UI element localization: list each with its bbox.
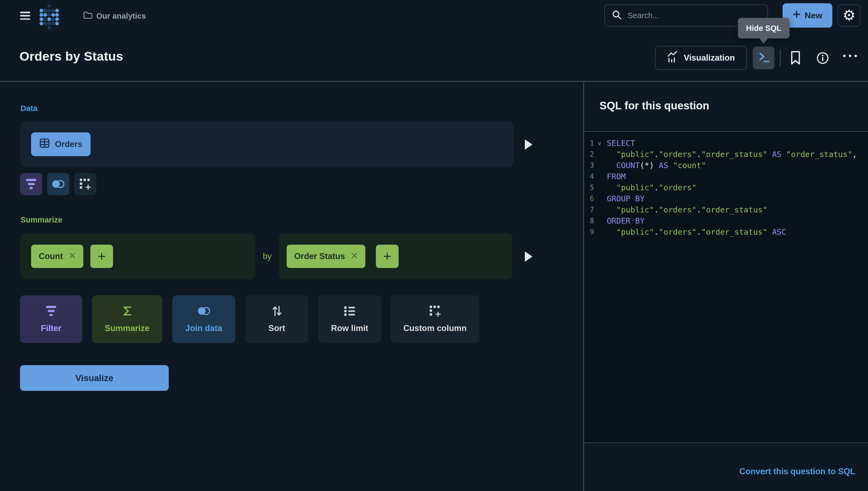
fold-gutter xyxy=(594,227,607,238)
action-filter-button[interactable]: Filter xyxy=(20,295,82,343)
settings-button[interactable]: ⚙ xyxy=(838,4,861,27)
more-options-button[interactable] xyxy=(843,55,857,57)
visualization-button[interactable]: Visualization xyxy=(655,46,747,70)
filter-icon xyxy=(46,305,56,318)
metabase-dots-icon xyxy=(39,4,59,29)
join-shortcut-button[interactable] xyxy=(47,173,69,195)
custom-column-shortcut-button[interactable] xyxy=(74,173,96,195)
action-sort-button[interactable]: Sort xyxy=(245,295,308,343)
data-section-label: Data xyxy=(21,104,38,113)
custom-column-icon xyxy=(79,178,91,190)
fold-gutter xyxy=(594,182,607,193)
toggle-sql-button[interactable] xyxy=(753,47,774,69)
add-aggregation-button[interactable] xyxy=(90,245,113,268)
breakout-chip[interactable]: Order Status xyxy=(287,245,365,268)
chart-icon xyxy=(667,51,678,65)
join-icon xyxy=(51,179,65,189)
info-button[interactable] xyxy=(816,52,829,64)
action-join-button[interactable]: Join data xyxy=(172,295,235,343)
fold-gutter xyxy=(594,215,607,227)
visualization-button-label: Visualization xyxy=(684,53,735,63)
remove-aggregation-icon[interactable] xyxy=(69,252,76,261)
sql-line: 8ORDER BY xyxy=(584,215,868,227)
action-summarize-button[interactable]: Summarize xyxy=(92,295,162,343)
sql-line: 6GROUP BY xyxy=(584,193,868,204)
sql-code-viewer[interactable]: 1∨SELECT2 "public"."orders"."order_statu… xyxy=(584,131,868,443)
filter-icon xyxy=(26,179,36,189)
data-table-label: Orders xyxy=(55,139,83,149)
bookmark-icon xyxy=(790,51,801,65)
fold-gutter xyxy=(594,193,607,204)
aggregation-card: Count xyxy=(20,233,255,279)
new-button[interactable]: New xyxy=(782,3,832,28)
aggregation-chip-label: Count xyxy=(39,252,63,261)
new-button-label: New xyxy=(805,10,823,21)
header-separator xyxy=(780,49,781,66)
ellipsis-icon xyxy=(843,55,845,57)
action-row-limit-button[interactable]: Row limit xyxy=(318,295,381,343)
sql-line: 2 "public"."orders"."order_status" AS "o… xyxy=(584,149,868,160)
info-icon xyxy=(816,52,829,64)
sql-line: 5 "public"."orders" xyxy=(584,182,868,193)
filter-shortcut-button[interactable] xyxy=(20,173,42,195)
aggregation-chip[interactable]: Count xyxy=(31,245,83,268)
by-label: by xyxy=(255,233,279,279)
fold-gutter xyxy=(594,171,607,182)
sql-line: 4FROM xyxy=(584,171,868,182)
visualize-button-label: Visualize xyxy=(75,373,114,383)
action-join-label: Join data xyxy=(185,323,222,333)
data-card: Orders xyxy=(20,121,514,167)
breakout-card: Order Status xyxy=(279,233,512,279)
table-icon xyxy=(39,138,50,151)
metabase-logo[interactable] xyxy=(39,4,59,30)
hamburger-menu-icon[interactable] xyxy=(20,12,30,20)
plus-icon xyxy=(793,10,801,21)
fold-gutter xyxy=(594,204,607,215)
search-icon xyxy=(612,10,622,21)
terminal-icon xyxy=(757,51,770,65)
breadcrumb-label: Our analytics xyxy=(96,12,146,21)
breadcrumb[interactable]: Our analytics xyxy=(83,11,146,21)
custom-column-icon xyxy=(429,305,441,318)
sql-line: 1∨SELECT xyxy=(584,138,868,149)
add-breakout-button[interactable] xyxy=(376,245,399,268)
sql-panel-title: SQL for this question xyxy=(599,99,709,112)
fold-chevron-icon[interactable]: ∨ xyxy=(594,138,607,149)
row-limit-icon xyxy=(344,305,355,318)
action-row-limit-label: Row limit xyxy=(331,323,368,333)
visualize-button[interactable]: Visualize xyxy=(20,365,169,391)
sigma-icon xyxy=(122,305,132,318)
gear-icon: ⚙ xyxy=(843,8,856,23)
tooltip-label: Hide SQL xyxy=(746,24,781,33)
action-custom-column-label: Custom column xyxy=(403,323,466,333)
plus-icon xyxy=(98,252,106,260)
breakout-chip-label: Order Status xyxy=(294,252,345,261)
action-summarize-label: Summarize xyxy=(105,323,149,333)
preview-summarize-button[interactable] xyxy=(525,252,532,262)
sql-line: 9 "public"."orders"."order_status" ASC xyxy=(584,227,868,238)
app-root: Our analytics New ⚙ Hide SQL Orders by S… xyxy=(0,0,868,491)
sql-line: 3 COUNT(*) AS "count" xyxy=(584,160,868,171)
sql-code-lines: 1∨SELECT2 "public"."orders"."order_statu… xyxy=(584,138,868,238)
bookmark-button[interactable] xyxy=(789,50,802,66)
hide-sql-tooltip: Hide SQL xyxy=(738,18,789,38)
fold-gutter xyxy=(594,149,607,160)
folder-icon xyxy=(83,11,92,21)
preview-data-button[interactable] xyxy=(525,139,532,150)
action-filter-label: Filter xyxy=(41,323,61,333)
page-title: Orders by Status xyxy=(20,49,123,64)
action-custom-column-button[interactable]: Custom column xyxy=(391,295,479,343)
join-icon xyxy=(196,305,211,318)
plus-icon xyxy=(383,252,391,260)
header-divider xyxy=(0,81,868,82)
fold-gutter xyxy=(594,160,607,171)
remove-breakout-icon[interactable] xyxy=(351,252,358,261)
sql-line: 7 "public"."orders"."order_status" xyxy=(584,204,868,215)
convert-to-sql-link[interactable]: Convert this question to SQL xyxy=(739,467,855,476)
sort-icon xyxy=(271,305,283,318)
summarize-section-label: Summarize xyxy=(21,215,62,224)
data-table-button[interactable]: Orders xyxy=(31,132,91,156)
action-sort-label: Sort xyxy=(269,323,285,333)
